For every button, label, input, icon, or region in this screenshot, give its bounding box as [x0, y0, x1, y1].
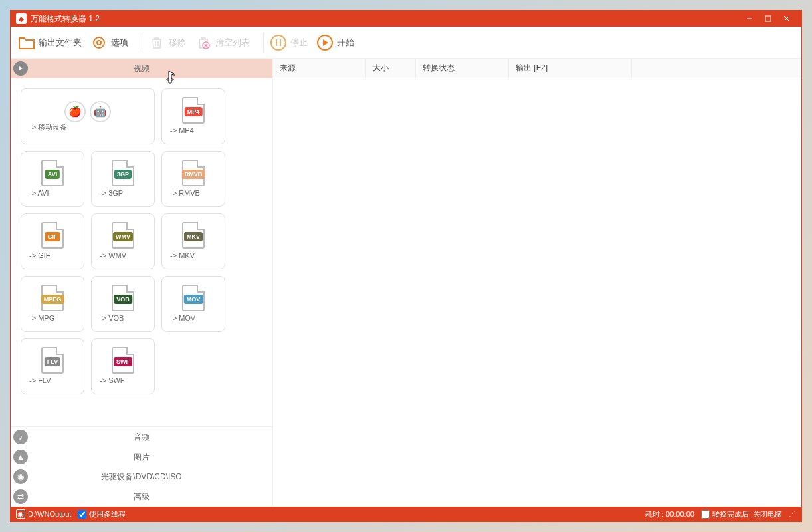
svg-point-5 — [97, 41, 101, 45]
disc-icon: ◉ — [11, 467, 31, 487]
window-title: 万能格式转换器 1.2 — [31, 13, 740, 25]
category-disc[interactable]: ◉ 光驱设备\DVD\CD\ISO — [11, 467, 272, 487]
camera-icon: ◉ — [16, 509, 25, 519]
category-audio[interactable]: ♪ 音频 — [11, 427, 272, 447]
category-advanced[interactable]: ⇄ 高级 — [11, 487, 272, 507]
minimize-button[interactable] — [740, 11, 759, 27]
image-icon: ▲ — [11, 447, 31, 467]
file-list[interactable] — [273, 78, 801, 507]
stop-button[interactable]: 停止 — [269, 33, 308, 52]
play-circle-icon — [11, 59, 31, 78]
separator — [263, 33, 264, 53]
format-vob[interactable]: VOB -> VOB — [91, 276, 155, 332]
play-icon — [316, 33, 334, 52]
trash-icon — [148, 33, 166, 52]
format-flv[interactable]: FLV -> FLV — [21, 338, 84, 394]
separator — [142, 33, 142, 53]
bottom-categories: ♪ 音频 ▲ 图片 ◉ 光驱设备\DVD\CD\ISO ⇄ 高级 — [11, 426, 272, 507]
col-output[interactable]: 输出 [F2] — [509, 59, 632, 78]
android-icon: 🤖 — [90, 101, 111, 122]
start-button[interactable]: 开始 — [316, 33, 354, 52]
format-mobile[interactable]: 🍎 🤖 -> 移动设备 — [21, 88, 155, 144]
statusbar: ◉ D:\WNOutput 使用多线程 耗时 : 00:00:00 转换完成后 … — [11, 507, 801, 521]
col-source[interactable]: 来源 — [273, 59, 366, 78]
format-mp4[interactable]: MP4 -> MP4 — [161, 88, 225, 144]
svg-point-7 — [271, 35, 286, 50]
elapsed-time: 耗时 : 00:00:00 — [645, 509, 694, 519]
format-grid: 🍎 🤖 -> 移动设备 MP4 -> MP4 AVI -> AVI — [11, 78, 272, 426]
swap-icon: ⇄ — [11, 487, 31, 507]
format-mov[interactable]: MOV -> MOV — [161, 276, 225, 332]
format-rmvb[interactable]: RMVB -> RMVB — [161, 151, 225, 207]
category-image[interactable]: ▲ 图片 — [11, 447, 272, 467]
col-empty — [632, 59, 801, 78]
titlebar[interactable]: ◆ 万能格式转换器 1.2 — [11, 11, 801, 27]
category-video[interactable]: 视频 — [11, 59, 272, 78]
column-headers: 来源 大小 转换状态 输出 [F2] — [273, 59, 801, 78]
apple-icon: 🍎 — [64, 101, 86, 122]
device-icons: 🍎 🤖 — [64, 101, 111, 122]
format-mkv[interactable]: MKV -> MKV — [161, 213, 225, 269]
pause-icon — [269, 33, 288, 52]
svg-point-4 — [94, 37, 104, 48]
col-size[interactable]: 大小 — [366, 59, 416, 78]
output-path[interactable]: ◉ D:\WNOutput — [16, 509, 71, 519]
close-button[interactable] — [777, 11, 796, 27]
format-avi[interactable]: AVI -> AVI — [21, 151, 84, 207]
content-area: 视频 🍎 🤖 -> 移动设备 MP4 -> MP4 — [11, 59, 801, 507]
options-button[interactable]: 选项 — [90, 33, 128, 52]
svg-rect-1 — [765, 16, 771, 21]
resize-grip-icon[interactable]: ⋰ — [789, 510, 796, 519]
remove-button[interactable]: 移除 — [148, 33, 186, 52]
multithread-checkbox[interactable]: 使用多线程 — [78, 509, 126, 519]
format-swf[interactable]: SWF -> SWF — [91, 338, 155, 394]
output-folder-button[interactable]: 输出文件夹 — [17, 33, 82, 52]
after-conversion[interactable]: 转换完成后 : 关闭电脑 — [701, 509, 782, 519]
toolbar: 输出文件夹 选项 移除 清空列表 停止 开始 — [11, 27, 801, 59]
folder-icon — [17, 33, 36, 52]
gear-icon — [90, 33, 108, 52]
right-panel: 来源 大小 转换状态 输出 [F2] — [273, 59, 801, 507]
col-status[interactable]: 转换状态 — [416, 59, 509, 78]
format-wmv[interactable]: WMV -> WMV — [91, 213, 155, 269]
format-3gp[interactable]: 3GP -> 3GP — [91, 151, 155, 207]
app-logo-icon: ◆ — [16, 13, 27, 24]
app-window: ◆ 万能格式转换器 1.2 输出文件夹 选项 移除 清空列表 停止 — [10, 10, 802, 522]
music-icon: ♪ — [11, 427, 31, 447]
clear-list-button[interactable]: 清空列表 — [194, 33, 250, 52]
left-panel: 视频 🍎 🤖 -> 移动设备 MP4 -> MP4 — [11, 59, 273, 507]
format-gif[interactable]: GIF -> GIF — [21, 213, 84, 269]
format-mpeg[interactable]: MPEG -> MPG — [21, 276, 84, 332]
maximize-button[interactable] — [759, 11, 777, 27]
trash-x-icon — [194, 33, 213, 52]
